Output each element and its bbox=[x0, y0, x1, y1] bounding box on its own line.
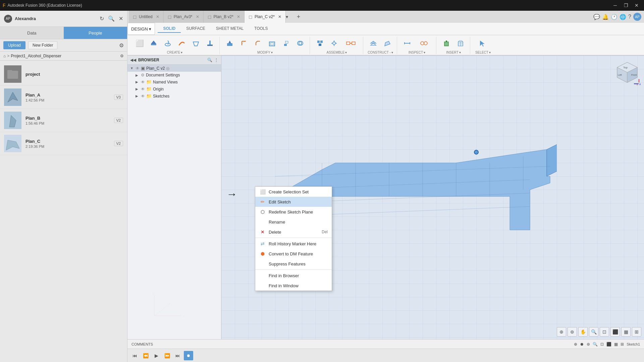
shell-tool[interactable] bbox=[265, 37, 279, 50]
insert-mesh-tool[interactable] bbox=[454, 37, 467, 50]
orbit-status-icon[interactable]: ⊛ bbox=[587, 342, 590, 347]
ctx-suppress[interactable]: Suppress Features bbox=[255, 259, 332, 269]
timeline-next-button[interactable]: ⏩ bbox=[162, 351, 172, 360]
list-item[interactable]: Plan_B 1:56:46 PM V2 bbox=[0, 109, 127, 132]
tab-data[interactable]: Data bbox=[0, 27, 64, 39]
globe-icon[interactable]: 🌐 bbox=[620, 14, 626, 20]
tab-plan-bv2[interactable]: ◻ Plan_B v2* ✕ bbox=[204, 11, 245, 23]
assemble-dropdown-icon[interactable]: ▾ bbox=[345, 51, 347, 54]
eye-icon[interactable]: 👁 bbox=[141, 87, 145, 92]
refresh-icon[interactable]: ↻ bbox=[100, 15, 104, 22]
measure-tool[interactable] bbox=[400, 37, 414, 50]
light-status-icon[interactable]: ⊞ bbox=[621, 342, 624, 347]
ctx-find-window[interactable]: Find in Window bbox=[255, 281, 332, 291]
list-item[interactable]: project bbox=[0, 63, 127, 86]
rigid-group-tool[interactable] bbox=[341, 37, 360, 50]
create-dropdown-icon[interactable]: ▾ bbox=[181, 51, 182, 54]
timeline-play-button[interactable]: ▶ bbox=[152, 351, 161, 360]
browser-item-sketches[interactable]: ▶ 👁 📁 Sketches bbox=[127, 93, 221, 100]
scale-tool[interactable] bbox=[279, 37, 293, 50]
axis-cube[interactable]: Top Left Front z x bbox=[614, 59, 641, 86]
rib-tool[interactable] bbox=[203, 37, 217, 50]
new-folder-button[interactable]: New Folder bbox=[28, 41, 57, 49]
breadcrumb-project[interactable]: Project1_Alcohol_Dispenser bbox=[11, 54, 61, 58]
insert-derive-tool[interactable] bbox=[440, 37, 453, 50]
pan-icon[interactable]: ✋ bbox=[578, 327, 588, 337]
press-pull-tool[interactable] bbox=[223, 37, 236, 50]
chamfer-tool[interactable] bbox=[251, 37, 265, 50]
ctx-convert-dm[interactable]: ⬢ Convert to DM Feature bbox=[255, 249, 332, 259]
notifications-icon[interactable]: 🔔 bbox=[602, 14, 609, 20]
tab-close-icon[interactable]: ✕ bbox=[278, 14, 281, 19]
new-component-tool[interactable]: ⬜ bbox=[133, 37, 146, 50]
chat-icon[interactable]: 💬 bbox=[593, 14, 600, 20]
help-icon[interactable]: ? bbox=[628, 14, 631, 20]
combine-tool[interactable] bbox=[293, 37, 307, 50]
display-mode-icon[interactable]: ▦ bbox=[621, 327, 631, 337]
browser-more-icon[interactable]: ⋮ bbox=[214, 58, 218, 62]
eye-icon[interactable]: 👁 bbox=[141, 80, 145, 84]
panel-settings-icon[interactable]: ⚙ bbox=[119, 42, 124, 49]
snap-control-icon[interactable]: ⊕ bbox=[574, 342, 577, 347]
file-version[interactable]: V3 bbox=[114, 95, 123, 100]
snap-icon[interactable]: ⊕ bbox=[557, 327, 566, 337]
browser-item-doc-settings[interactable]: ▶ ⚙ Document Settings bbox=[127, 72, 221, 78]
tab-people[interactable]: People bbox=[64, 27, 127, 39]
zoom-status-icon[interactable]: 🔍 bbox=[593, 342, 598, 347]
zoom-icon[interactable]: 🔍 bbox=[589, 327, 598, 337]
ctx-rename[interactable]: Rename bbox=[255, 217, 332, 227]
tab-close-icon[interactable]: ✕ bbox=[196, 14, 199, 19]
upload-button[interactable]: Upload bbox=[3, 41, 25, 49]
search-icon[interactable]: 🔍 bbox=[108, 15, 115, 22]
tab-close-icon[interactable]: ✕ bbox=[237, 14, 240, 19]
timeline-end-button[interactable]: ⏭ bbox=[173, 351, 182, 360]
ctx-roll-history[interactable]: ⇄ Roll History Marker Here bbox=[255, 239, 332, 249]
timeline-start-button[interactable]: ⏮ bbox=[130, 351, 140, 360]
display-status-icon[interactable]: ⬛ bbox=[606, 342, 611, 347]
design-dropdown-button[interactable]: DESIGN ▾ bbox=[127, 23, 155, 35]
ctx-edit-sketch[interactable]: ✏ Edit Sketch bbox=[255, 197, 332, 207]
ctx-create-selection-set[interactable]: ⬜ Create Selection Set bbox=[255, 187, 332, 197]
plane-at-angle-tool[interactable] bbox=[381, 37, 394, 50]
ctx-redefine-sketch-plane[interactable]: ⬡ Redefine Sketch Plane bbox=[255, 207, 332, 217]
toolbar-tab-tools[interactable]: TOOLS bbox=[249, 25, 273, 33]
select-dropdown-icon[interactable]: ▾ bbox=[489, 51, 491, 54]
insert-dropdown-icon[interactable]: ▾ bbox=[459, 51, 461, 54]
timeline-record-button[interactable]: ⏺ bbox=[184, 351, 193, 360]
timeline-prev-button[interactable]: ⏪ bbox=[141, 351, 150, 360]
list-item[interactable]: Plan_A 1:42:56 PM V3 bbox=[0, 86, 127, 109]
extrude-tool[interactable] bbox=[147, 37, 160, 50]
joint-tool[interactable] bbox=[327, 37, 341, 50]
modify-dropdown-icon[interactable]: ▾ bbox=[271, 51, 273, 54]
ctx-delete[interactable]: ✕ Delete Del bbox=[255, 227, 332, 237]
tab-plan-cv2[interactable]: ◻ Plan_C v2* ✕ bbox=[245, 11, 286, 23]
tab-untitled[interactable]: ◻ Untitled ✕ bbox=[129, 11, 164, 23]
record-icon[interactable]: ⏺ bbox=[580, 342, 584, 347]
sweep-tool[interactable] bbox=[175, 37, 189, 50]
view-cube-icon[interactable]: ⬛ bbox=[610, 327, 620, 337]
tab-overflow-icon[interactable]: ▾ bbox=[286, 14, 294, 19]
canvas-area[interactable]: x y z bbox=[127, 56, 644, 339]
new-tab-button[interactable]: + bbox=[294, 12, 303, 21]
construct-dropdown-icon[interactable]: ▾ bbox=[391, 51, 393, 54]
browser-collapse-button[interactable]: ◀◀ bbox=[130, 58, 136, 62]
browser-item-plan-cv2[interactable]: ▼ 👁 ▣ Plan_C v2 ◎ bbox=[127, 65, 221, 72]
tab-close-icon[interactable]: ✕ bbox=[156, 14, 159, 19]
assemble-new-tool[interactable] bbox=[313, 37, 327, 50]
fit-icon[interactable]: ⊡ bbox=[600, 327, 609, 337]
interference-tool[interactable] bbox=[415, 37, 433, 50]
browser-item-named-views[interactable]: ▶ 👁 📁 Named Views bbox=[127, 78, 221, 85]
user-avatar-tab[interactable]: AP bbox=[633, 13, 641, 21]
grid-icon[interactable]: ⊞ bbox=[632, 327, 641, 337]
file-version[interactable]: V2 bbox=[114, 118, 123, 123]
restore-button[interactable]: ❐ bbox=[621, 2, 631, 9]
ctx-find-browser[interactable]: Find in Browser bbox=[255, 270, 332, 281]
breadcrumb-settings-icon[interactable]: ⚙ bbox=[120, 54, 124, 58]
list-item[interactable]: Plan_C 2:19:36 PM V2 bbox=[0, 132, 127, 155]
grid-status-icon[interactable]: ▦ bbox=[614, 342, 618, 347]
toolbar-tab-solid[interactable]: SOLID bbox=[158, 25, 181, 33]
inspect-dropdown-icon[interactable]: ▾ bbox=[424, 51, 425, 54]
revolve-tool[interactable] bbox=[161, 37, 174, 50]
eye-icon[interactable]: 👁 bbox=[141, 94, 145, 99]
eye-icon[interactable]: 👁 bbox=[136, 66, 140, 71]
